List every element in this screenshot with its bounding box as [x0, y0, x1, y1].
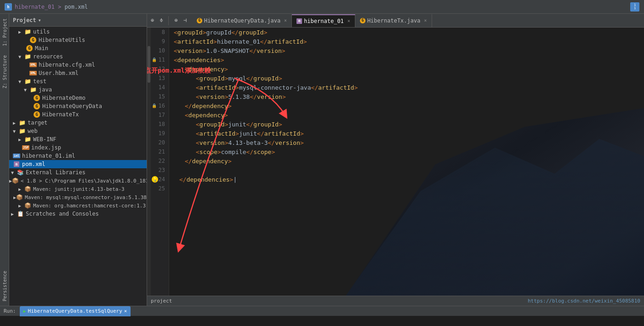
tree-label-test: test [33, 78, 46, 85]
tree-item-hibernateutils[interactable]: G HibernateUtils [9, 36, 147, 44]
tab-label-tx: HibernateTx.java [367, 17, 421, 24]
nav-icon-4[interactable]: ⊣ [182, 16, 188, 25]
tree-item-webinf[interactable]: ▶ 📁 WEB-INF [9, 135, 147, 143]
nav-icon-2[interactable]: ≑ [158, 16, 165, 25]
tab-close-hibernate01[interactable]: × [348, 18, 350, 23]
tree-item-jdk[interactable]: ▶ 📦 < 1.8 > C:\Program Files\Java\jdk1.8… [9, 177, 147, 185]
tree-label-hibernatedemo: HibernateDemo [42, 95, 85, 101]
code-line-24: </dependencies>| [174, 175, 639, 184]
line-num-11: 11 🔒 [151, 55, 169, 64]
project-header: Project ▾ [9, 14, 147, 27]
title-sep: > [58, 4, 64, 10]
line-num-16: 16 🔒 [151, 101, 169, 110]
folder-icon-jdk: 📦 [12, 177, 19, 184]
tree-item-web[interactable]: ▼ 📁 web [9, 127, 147, 135]
tree-item-scratches[interactable]: ▶ 📋 Scratches and Consoles [9, 210, 147, 218]
line-num-20: 20 [151, 138, 169, 147]
line-num-23: 23 [151, 166, 169, 175]
xml-icon-user-hbm: XML [29, 70, 37, 76]
project-name: hibernate_01 [15, 4, 55, 10]
sidebar-tab-persistence[interactable]: Persistence [0, 266, 9, 306]
tab-hibernatetx[interactable]: G HibernateTx.java × [355, 14, 432, 27]
line-num-22: 22 [151, 156, 169, 166]
corner-indicator: 11 [630, 2, 639, 11]
gutter-icon-16: 🔒 [152, 103, 157, 108]
scrollbar-thumb [148, 46, 150, 83]
nav-icon-3[interactable]: ⊕ [172, 16, 179, 25]
tree-item-java[interactable]: ▼ 📁 java [9, 86, 147, 94]
code-line-11: <dependencies> [174, 55, 639, 64]
class-icon-hibernatequerydata: G [33, 103, 40, 109]
tab-label-query: HibernateQueryData.java [204, 17, 280, 24]
status-text: project [151, 298, 172, 304]
bulb-icon-24: 💡 [152, 176, 158, 183]
tree-label-pomxml: pom.xml [22, 161, 46, 167]
status-url: https://blog.csdn.net/weixin_45085810 [528, 298, 640, 304]
run-bar: Run: ▶ HibernateQueryData.testSqlQuery × [0, 306, 644, 316]
tree-item-pomxml[interactable]: m pom.xml [9, 160, 147, 168]
project-tree[interactable]: ▶ 📁 utils G HibernateUtils G Main ▼ 📁 [9, 27, 147, 306]
tree-arrow-utils: ▶ [18, 29, 24, 34]
tree-item-test[interactable]: ▼ 📁 test [9, 77, 147, 86]
tree-item-target[interactable]: ▶ 📁 target [9, 119, 147, 127]
tab-close-tx[interactable]: × [424, 18, 427, 23]
tree-item-external-libs[interactable]: ▼ 📚 External Libraries [9, 168, 147, 177]
tree-item-resources[interactable]: ▼ 📁 resources [9, 52, 147, 61]
m-icon-pomxml: m [13, 161, 20, 167]
class-icon-main: G [26, 45, 33, 51]
code-line-20: <version>4.13-beta-3</version> [174, 138, 639, 147]
class-icon-hibernateutils: G [29, 37, 37, 43]
run-tab[interactable]: ▶ HibernateQueryData.testSqlQuery × [20, 306, 131, 316]
tab-hibernate01[interactable]: m hibernate_01 × [292, 14, 355, 27]
tree-item-indexjsp[interactable]: JSP index.jsp [9, 143, 147, 152]
line-num-18: 18 [151, 120, 169, 129]
tab-hibernatequerydata[interactable]: G HibernateQueryData.java × [192, 14, 292, 27]
code-line-23 [174, 166, 639, 175]
tree-label-hibernate-cfg: hibernate.cfg.xml [39, 62, 95, 68]
tree-item-hibernatedemo[interactable]: G HibernateDemo [9, 94, 147, 102]
tree-item-maven-mysql[interactable]: ▶ 📦 Maven: mysql:mysql-connector-java:5.… [9, 193, 147, 201]
tab-close-query[interactable]: × [284, 18, 287, 23]
line-num-14: 14 [151, 83, 169, 92]
code-line-9: <artifactId>hibernate_01</artifactId> [174, 37, 639, 46]
tree-label-hibernate01iml: hibernate_01.iml [22, 153, 75, 159]
tree-item-hibernate-cfg[interactable]: XML hibernate.cfg.xml [9, 61, 147, 69]
editor-content: 8 9 10 11 🔒 12 13 14 15 16 🔒 17 18 19 20 [147, 28, 644, 296]
sidebar-tab-structure[interactable]: Z: Structure [0, 51, 9, 93]
run-tab-close[interactable]: × [124, 308, 127, 314]
title-bar-right: 11 [630, 2, 639, 11]
tree-item-maven-junit[interactable]: ▶ 📦 Maven: junit:junit:4.13-beta-3 [9, 185, 147, 193]
folder-icon-target: 📁 [18, 120, 26, 126]
tree-label-external-libs: External Libraries [26, 169, 85, 176]
project-title: Project [13, 17, 36, 23]
code-line-10: <version>1.0-SNAPSHOT</version> [174, 46, 639, 55]
tree-label-maven-junit: Maven: junit:junit:4.13-beta-3 [33, 186, 125, 192]
left-scrollbar[interactable] [147, 28, 151, 296]
file-name: pom.xml [64, 4, 88, 10]
tree-item-hibernatetx[interactable]: G HibernateTx [9, 110, 147, 119]
code-line-8: <groupId>groupId</groupId> [174, 28, 639, 37]
code-line-21: <scope>compile</scope> [174, 147, 639, 156]
line-numbers: 8 9 10 11 🔒 12 13 14 15 16 🔒 17 18 19 20 [151, 28, 169, 296]
tree-item-user-hbm[interactable]: XML User.hbm.xml [9, 69, 147, 77]
tree-arrow-test: ▼ [18, 79, 24, 84]
class-icon-hibernatetx: G [33, 111, 40, 118]
tree-item-utils[interactable]: ▶ 📁 utils [9, 28, 147, 36]
tree-label-java: java [39, 86, 52, 93]
line-num-25: 25 [151, 184, 169, 193]
code-line-13: <groupId>mysql</groupId> [174, 74, 639, 83]
nav-icon-1[interactable]: ⊕ [149, 16, 156, 25]
sidebar-tab-project[interactable]: 1: Project [0, 14, 9, 51]
tree-arrow-webinf: ▶ [18, 137, 24, 142]
tree-item-hibernate01iml[interactable]: iml hibernate_01.iml [9, 152, 147, 160]
code-area[interactable]: <groupId>groupId</groupId> <artifactId>h… [169, 28, 644, 296]
left-side-tabs: 1: Project Z: Structure Persistence [0, 14, 9, 306]
gutter-icon-11: 🔒 [152, 57, 157, 62]
tree-item-maven-hamcrest[interactable]: ▶ 📦 Maven: org.hamcrest:hamcrest-core:1.… [9, 201, 147, 210]
code-line-18: <groupId>junit</groupId> [174, 120, 639, 129]
tab-bar: ⊕ ≑ ⊕ ⊣ G HibernateQueryData.java × m hi… [147, 14, 644, 28]
iml-icon-hibernate01iml: iml [13, 153, 20, 159]
tree-arrow-maven-junit: ▶ [18, 187, 24, 192]
tree-item-main[interactable]: G Main [9, 44, 147, 52]
tree-item-hibernatequerydata[interactable]: G HibernateQueryData [9, 102, 147, 110]
